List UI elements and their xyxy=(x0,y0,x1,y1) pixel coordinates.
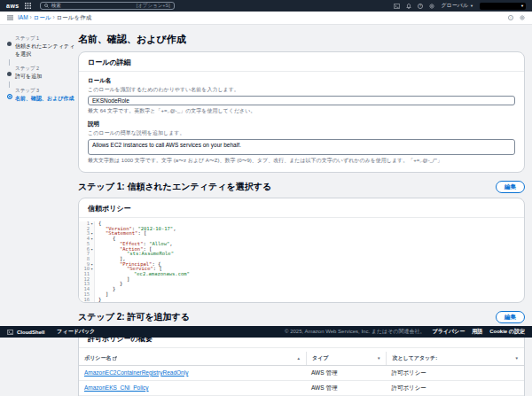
breadcrumb-bar: IAM›ロール›ロールを作成 i xyxy=(0,12,532,25)
sort-ascending-icon[interactable]: ▲ xyxy=(297,356,301,361)
policies-table-body: AmazonEC2ContainerRegistryReadOnlyAWS 管理… xyxy=(79,366,524,396)
policies-table-header: ポリシー名 ▲ タイプ ▼ 次 xyxy=(79,352,524,366)
wizard-step-1[interactable]: ステップ 1信頼されたエンティティを選択 xyxy=(7,35,76,58)
svg-text:?: ? xyxy=(419,4,421,8)
step-title: 信頼されたエンティティを選択 xyxy=(15,43,76,58)
permissions-policies-card: 許可ポリシーの概要 ポリシー名 ▲ タイプ xyxy=(78,328,525,396)
role-name-constraint: 最大 64 文字です。英数字と「+=,.@-_」の文字を使用してください。 xyxy=(88,107,515,115)
step-number-label: ステップ 3 xyxy=(15,88,76,94)
global-search-input[interactable]: 検索 [オプション+S] xyxy=(40,2,175,10)
wizard-step-3[interactable]: ステップ 3名前、確認、および作成 xyxy=(7,88,76,103)
feedback-link[interactable]: フィードバック xyxy=(57,328,95,336)
search-shortcut-hint: [オプション+S] xyxy=(137,3,170,9)
page-title: 名前、確認、および作成 xyxy=(78,25,525,46)
line-number: 16 xyxy=(83,298,90,303)
top-navigation-bar: aws 検索 [オプション+S] ? グローバル xyxy=(0,0,532,12)
footer-link-2[interactable]: 用語 xyxy=(472,328,482,336)
content-area: ステップ 1信頼されたエンティティを選択ステップ 2許可を追加ステップ 3名前、… xyxy=(0,25,532,396)
breadcrumb-item-2[interactable]: ロール xyxy=(34,14,51,20)
external-link-icon xyxy=(113,356,117,361)
step-title: 名前、確認、および作成 xyxy=(15,95,76,103)
policy-name-cell: AmazonEKS_CNI_Policy xyxy=(79,381,306,395)
trust-policy-card: 信頼ポリシー 1▾{2"Version": "2012-10-17",3▾"St… xyxy=(78,198,525,303)
role-name-label: ロール名 xyxy=(88,77,515,85)
role-details-card: ロールの詳細 ロール名 このロールを識別するためのわかりやすい名前を入力します。… xyxy=(78,51,525,173)
svg-text:i: i xyxy=(511,16,512,19)
wizard-steps-nav: ステップ 1信頼されたエンティティを選択ステップ 2許可を追加ステップ 3名前、… xyxy=(7,35,76,110)
filter-caret-icon[interactable]: ▼ xyxy=(377,356,380,361)
main-column: 名前、確認、および作成 ロールの詳細 ロール名 このロールを識別するためのわかり… xyxy=(78,25,525,396)
step-dot xyxy=(7,72,12,76)
policy-name-link[interactable]: AmazonEC2ContainerRegistryReadOnly xyxy=(84,369,188,376)
role-details-title: ロールの詳細 xyxy=(79,58,524,72)
policy-attach-cell: 許可ポリシー xyxy=(386,366,524,380)
breadcrumb-item-1[interactable]: IAM xyxy=(18,14,28,20)
side-menu-hamburger-icon[interactable] xyxy=(7,15,13,20)
breadcrumb-separator: › xyxy=(30,14,32,20)
search-icon xyxy=(44,4,49,8)
description-help: このロールの簡単な説明を追加します。 xyxy=(88,129,515,137)
type-header-label: タイプ xyxy=(312,354,328,362)
console-footer-bar: CloudShell フィードバック © 2025, Amazon Web Se… xyxy=(0,326,532,338)
cloudshell-icon[interactable] xyxy=(394,4,400,9)
policy-attach-cell: 許可ポリシー xyxy=(386,381,524,395)
footer-legal: © 2025, Amazon Web Services, Inc. またはその関… xyxy=(285,328,525,336)
policies-table: ポリシー名 ▲ タイプ ▼ 次 xyxy=(79,352,524,396)
step2-section-head: ステップ 2: 許可を追加する 編集 xyxy=(78,311,525,323)
role-name-input[interactable] xyxy=(88,96,515,105)
description-constraint: 最大文字数は 1000 文字です。文字 (a〜z および A〜Z)、数字 (0〜… xyxy=(88,157,515,165)
help-icon[interactable]: ? xyxy=(418,4,423,9)
step1-edit-button[interactable]: 編集 xyxy=(496,181,525,193)
table-row: AmazonEKS_CNI_PolicyAWS 管理許可ポリシー xyxy=(79,381,524,396)
fold-caret-empty xyxy=(90,298,94,303)
footer-link-3[interactable]: Cookie の設定 xyxy=(489,328,525,336)
cloudshell-terminal-icon xyxy=(7,330,13,335)
breadcrumb-item-3: ロールを作成 xyxy=(57,14,91,20)
breadcrumb: IAM›ロール›ロールを作成 xyxy=(18,14,91,22)
description-textarea[interactable]: Allows EC2 instances to call AWS service… xyxy=(88,139,515,155)
copyright-text: © 2025, Amazon Web Services, Inc. またはその関… xyxy=(285,328,425,336)
code-text: } xyxy=(95,298,101,303)
policy-name-cell: AmazonEC2ContainerRegistryReadOnly xyxy=(79,366,306,380)
policy-name-link[interactable]: AmazonEKS_CNI_Policy xyxy=(84,384,149,391)
column-header-attach[interactable]: 次としてアタッチ: ▼ xyxy=(386,352,524,365)
description-label: 説明 xyxy=(88,120,515,128)
step1-heading: ステップ 1: 信頼されたエンティティを選択する xyxy=(78,181,271,193)
search-placeholder: 検索 xyxy=(51,3,61,9)
wizard-step-2[interactable]: ステップ 2許可を追加 xyxy=(7,66,76,81)
step1-section-head: ステップ 1: 信頼されたエンティティを選択する 編集 xyxy=(78,181,525,193)
policy-type-cell: AWS 管理 xyxy=(306,366,386,380)
footer-links: プライバシー用語Cookie の設定 xyxy=(432,328,525,336)
step-dot xyxy=(7,42,12,46)
topnav-utilities: ? グローバル ▼ ▼ xyxy=(394,2,526,10)
aws-logo-icon[interactable]: aws xyxy=(6,3,20,9)
policy-name-header-label: ポリシー名 xyxy=(84,354,111,362)
breadcrumb-separator: › xyxy=(53,14,55,20)
settings-gear-icon[interactable] xyxy=(429,4,434,9)
step2-edit-button[interactable]: 編集 xyxy=(496,311,525,323)
account-menu-redacted[interactable]: ▼ xyxy=(480,3,526,10)
info-icon[interactable]: i xyxy=(508,15,513,20)
column-header-policy-name[interactable]: ポリシー名 ▲ xyxy=(79,352,306,365)
policy-type-cell: AWS 管理 xyxy=(306,381,386,395)
step2-heading: ステップ 2: 許可を追加する xyxy=(78,311,190,323)
column-header-type[interactable]: タイプ ▼ xyxy=(306,352,386,365)
code-gutter: 16 xyxy=(79,298,95,303)
cloudshell-launcher[interactable]: CloudShell xyxy=(7,330,44,335)
footer-link-1[interactable]: プライバシー xyxy=(432,328,465,336)
chevron-down-icon: ▼ xyxy=(520,4,524,8)
region-label: グローバル xyxy=(441,2,468,10)
role-name-help: このロールを識別するためのわかりやすい名前を入力します。 xyxy=(88,86,515,94)
services-grid-icon[interactable] xyxy=(25,3,31,9)
notifications-bell-icon[interactable] xyxy=(406,4,411,9)
table-row: AmazonEC2ContainerRegistryReadOnlyAWS 管理… xyxy=(79,366,524,381)
attach-header-label: 次としてアタッチ: xyxy=(392,354,437,362)
code-line: 16} xyxy=(79,298,524,303)
trust-policy-code-editor[interactable]: 1▾{2"Version": "2012-10-17",3▾"Statement… xyxy=(79,221,524,302)
gear-icon[interactable] xyxy=(520,15,525,20)
filter-caret-icon[interactable]: ▼ xyxy=(515,356,519,361)
region-selector[interactable]: グローバル ▼ xyxy=(441,2,473,10)
trust-policy-title: 信頼ポリシー xyxy=(79,204,524,218)
cloudshell-label: CloudShell xyxy=(17,330,44,335)
step-number-label: ステップ 1 xyxy=(15,35,76,42)
